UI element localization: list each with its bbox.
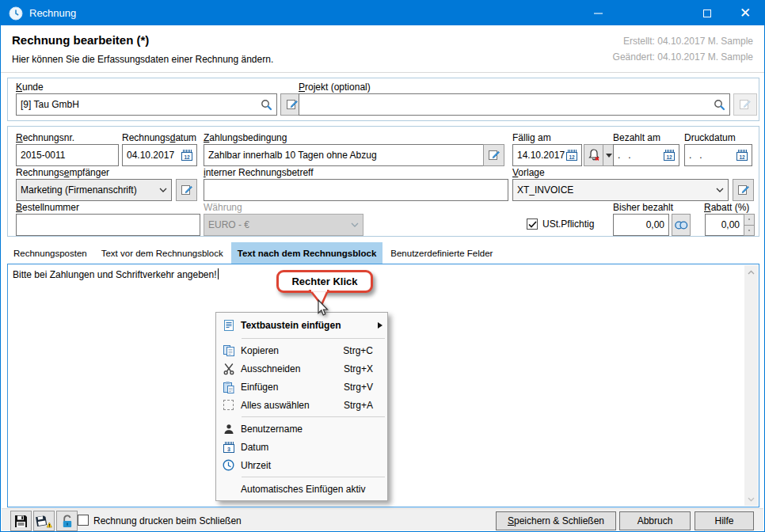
- rechnungsnr-label: Rechnungsnr.: [16, 132, 74, 143]
- paste-icon: [216, 381, 241, 393]
- vorlage-dropdown[interactable]: XT_INVOICE: [512, 179, 729, 201]
- chevron-up-icon: [748, 270, 755, 275]
- chevron-down-icon: [748, 230, 750, 231]
- calendar-icon[interactable]: 12: [736, 150, 748, 161]
- search-icon[interactable]: [714, 99, 725, 111]
- faellig-label: Fällig am: [512, 132, 551, 143]
- bezahlt-input[interactable]: . . 12: [613, 144, 679, 166]
- stepper-down-button[interactable]: [744, 226, 755, 237]
- empfaenger-edit-button[interactable]: [176, 179, 197, 201]
- calendar-icon[interactable]: 12: [566, 150, 577, 161]
- ust-checkbox[interactable]: [527, 218, 538, 230]
- faellig-input[interactable]: 14.10.2017 12: [512, 144, 582, 166]
- vorlage-edit-button[interactable]: [733, 179, 754, 201]
- menu-item-ausschneiden[interactable]: Ausschneiden Strg+X: [216, 359, 387, 378]
- created-meta: Erstellt: 04.10.2017 M. Sample: [623, 36, 753, 47]
- menu-item-einfuegen[interactable]: Einfügen Strg+V: [216, 378, 387, 396]
- tab-rechnungsposten[interactable]: Rechnungsposten: [7, 242, 93, 264]
- bisher-label: Bisher bezahlt: [613, 202, 673, 213]
- maximize-icon: [703, 10, 711, 17]
- chevron-up-icon: [748, 218, 750, 220]
- select-all-icon: [216, 400, 241, 410]
- edit-icon: [286, 98, 299, 111]
- reminder-split-button[interactable]: [584, 144, 615, 166]
- open-padlock-icon: [62, 515, 73, 528]
- search-icon[interactable]: [261, 99, 272, 111]
- rechnungsdatum-input[interactable]: 04.10.2017 12: [122, 144, 197, 166]
- save-warning-icon: [36, 514, 52, 528]
- kunde-label: Kunde: [16, 82, 44, 93]
- zahlungsbedingung-edit-button[interactable]: [483, 144, 504, 166]
- save-warning-button[interactable]: [33, 511, 55, 531]
- maximize-button[interactable]: [690, 1, 725, 25]
- menu-item-automatisches-einfuegen[interactable]: Automatisches Einfügen aktiv: [216, 480, 387, 498]
- invoice-group: Rechnungsnr. Rechnungsdatum Zahlungsbedi…: [7, 126, 759, 237]
- print-checkbox[interactable]: [78, 515, 89, 526]
- edit-icon: [739, 98, 752, 111]
- window-title: Rechnung: [29, 7, 76, 19]
- page-subtitle: Hier können Sie die Erfassungsdaten eine…: [12, 54, 273, 65]
- kunde-input[interactable]: [9] Tau GmbH: [16, 93, 277, 116]
- projekt-input[interactable]: [299, 93, 730, 116]
- calendar-icon[interactable]: 12: [181, 150, 192, 161]
- title-bar: Rechnung ✕: [1, 1, 764, 25]
- scroll-down-button[interactable]: [744, 492, 758, 506]
- betreff-label: interner Rechnungsbetreff: [204, 167, 314, 178]
- menu-item-kopieren[interactable]: Kopieren Strg+C: [216, 341, 387, 359]
- projekt-label: Projekt (optional): [299, 82, 371, 93]
- rabatt-stepper[interactable]: [744, 214, 755, 236]
- modified-meta: Geändert: 04.10.2017 M. Sample: [613, 51, 753, 63]
- menu-item-uhrzeit[interactable]: Uhrzeit: [216, 456, 387, 474]
- tab-text-vor-rechnungsblock[interactable]: Text vor dem Rechnungsblock: [95, 242, 230, 264]
- scroll-up-button[interactable]: [744, 265, 758, 279]
- druckdatum-input[interactable]: . . 12: [684, 144, 752, 166]
- menu-item-alles-auswaehlen[interactable]: Alles auswählen Strg+A: [216, 396, 387, 414]
- svg-text:12: 12: [184, 154, 190, 160]
- menu-separator: [242, 338, 385, 339]
- betreff-input[interactable]: [204, 179, 508, 201]
- zahlungsbedingung-label: Zahlungsbedingung: [204, 132, 287, 143]
- svg-text:12: 12: [739, 154, 745, 160]
- coins-icon: [675, 220, 688, 230]
- menu-item-datum[interactable]: 3 Datum: [216, 438, 387, 456]
- menu-item-benutzername[interactable]: Benutzername: [216, 420, 387, 438]
- edit-icon: [737, 184, 750, 196]
- reminder-button[interactable]: [584, 144, 603, 166]
- help-button[interactable]: Hilfe: [695, 511, 754, 530]
- rabatt-input[interactable]: 0,00: [705, 214, 744, 236]
- tab-text-nach-rechnungsblock[interactable]: Text nach dem Rechnungsblock: [231, 242, 383, 264]
- header-divider: [1, 72, 764, 73]
- waehrung-dropdown: EURO - €: [204, 214, 363, 236]
- projekt-edit-button: [733, 93, 757, 116]
- close-icon: ✕: [740, 5, 751, 21]
- document-icon: [216, 319, 241, 332]
- save-close-button[interactable]: Speichern & Schließen: [496, 511, 616, 530]
- save-button[interactable]: [10, 511, 32, 531]
- abort-button[interactable]: Abbruch: [619, 511, 691, 530]
- vertical-scrollbar[interactable]: [744, 265, 758, 506]
- waehrung-label: Währung: [204, 202, 242, 213]
- rechnungsnr-input[interactable]: 2015-0011: [16, 144, 119, 166]
- close-button[interactable]: ✕: [728, 1, 763, 25]
- bisher-input[interactable]: 0,00: [613, 214, 669, 236]
- check-icon: [528, 221, 537, 228]
- bell-crossed-icon: [588, 149, 600, 162]
- footer-bar: Rechnung drucken beim Schließen Speicher…: [2, 508, 763, 530]
- app-window: Rechnung ✕ Rechnung bearbeiten (*) Hier …: [0, 0, 765, 532]
- stepper-up-button[interactable]: [744, 214, 755, 226]
- tab-benutzerdefinierte-felder[interactable]: Benutzerdefinierte Felder: [384, 242, 499, 264]
- bestellnummer-input[interactable]: [16, 214, 200, 236]
- chevron-down-icon: [748, 497, 755, 502]
- calendar-icon[interactable]: 12: [664, 150, 675, 161]
- menu-item-textbaustein-einfuegen[interactable]: Textbaustein einfügen: [216, 315, 387, 336]
- svg-text:12: 12: [666, 154, 672, 160]
- minimize-button[interactable]: [580, 1, 615, 25]
- empfaenger-dropdown[interactable]: Marketing (Firmenanschrift): [16, 179, 172, 201]
- lock-button[interactable]: [56, 511, 78, 531]
- zahlungsbedingung-input[interactable]: Zahlbar innerhalb 10 Tagen ohne Abzug: [204, 144, 487, 166]
- vorlage-label: Vorlage: [512, 167, 545, 178]
- rabatt-label: Rabatt (%): [704, 202, 749, 213]
- payments-button[interactable]: [672, 214, 691, 236]
- calendar-icon: 3: [216, 442, 241, 453]
- scissors-icon: [216, 363, 241, 375]
